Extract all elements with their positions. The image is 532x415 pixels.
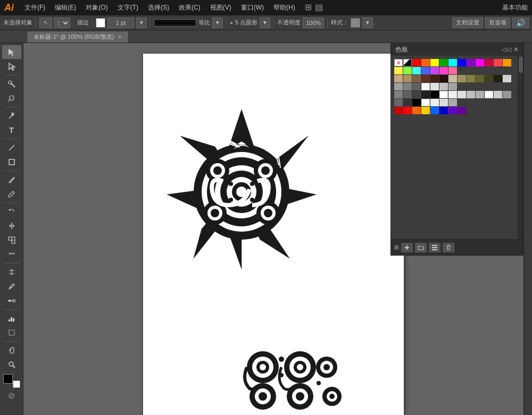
eyedropper-tool-btn[interactable]: [2, 280, 21, 293]
swatch-wh4[interactable]: [421, 99, 430, 106]
menu-window[interactable]: 窗口(W): [237, 2, 268, 13]
bw-swatch[interactable]: [403, 59, 412, 66]
new-swatch-btn[interactable]: [401, 243, 413, 252]
reflect-tool-btn[interactable]: [2, 219, 21, 233]
menu-object[interactable]: 对象(O): [81, 2, 112, 13]
menu-help[interactable]: 帮助(H): [269, 2, 300, 13]
swatch-cyan[interactable]: [448, 59, 457, 66]
selection-type-select[interactable]: □: [54, 18, 70, 28]
swatch-olive1[interactable]: [458, 75, 466, 82]
menu-select[interactable]: 选择(S): [144, 2, 173, 13]
menu-type[interactable]: 文字(T): [113, 2, 143, 13]
swatch-g9[interactable]: [494, 91, 502, 98]
swatch-lime[interactable]: [403, 67, 412, 74]
graph-tool-btn[interactable]: [2, 311, 21, 325]
panel-scrollbar[interactable]: [518, 56, 523, 239]
fill-color-box[interactable]: [3, 374, 13, 384]
swatch-magenta[interactable]: [476, 59, 484, 66]
swatch-g15[interactable]: [448, 99, 457, 106]
swatch-purple[interactable]: [467, 59, 475, 66]
swatch-amber[interactable]: [503, 59, 511, 66]
warp-tool-btn[interactable]: [2, 248, 21, 261]
swatch-tan[interactable]: [394, 75, 403, 82]
swatch-pink[interactable]: [448, 67, 457, 74]
swatch-khaki[interactable]: [403, 75, 412, 82]
stroke-settings-btn[interactable]: ▾: [136, 18, 147, 28]
swatch-g1[interactable]: [394, 91, 403, 98]
swatch-a3[interactable]: [412, 107, 421, 114]
select-mode-btn[interactable]: ↖: [39, 18, 52, 28]
menu-edit[interactable]: 编辑(E): [51, 2, 80, 13]
select-tool-btn[interactable]: [2, 45, 21, 59]
swatch-a5[interactable]: [430, 107, 439, 114]
pen-tool-btn[interactable]: [2, 109, 21, 123]
opacity-input[interactable]: 100%: [303, 18, 324, 28]
paintbrush-tool-btn[interactable]: [2, 173, 21, 187]
swatch-darkolive[interactable]: [476, 75, 484, 82]
swatch-a8[interactable]: [458, 107, 466, 114]
menu-file[interactable]: 文件(F): [20, 2, 49, 13]
panel-close-btn[interactable]: ✕: [513, 46, 519, 53]
artboard-tool-btn[interactable]: [2, 326, 21, 340]
swatch-brown3[interactable]: [430, 75, 439, 82]
swatch-yellow[interactable]: [430, 59, 439, 66]
swatch-g12[interactable]: [403, 99, 412, 106]
stroke-color-box[interactable]: [13, 380, 20, 388]
swatch-lightyellow[interactable]: [394, 67, 403, 74]
menu-effect[interactable]: 效果(C): [174, 2, 205, 13]
canvas-area[interactable]: 色板 ◁◁ ✕ ✕: [23, 43, 523, 415]
lasso-tool-btn[interactable]: [2, 91, 21, 105]
swatch-almostblack[interactable]: [494, 75, 502, 82]
stroke-ratio-dropdown[interactable]: ▾: [212, 18, 223, 28]
swatch-red[interactable]: [412, 59, 421, 66]
swatch-g4[interactable]: [421, 91, 430, 98]
swatch-olive2[interactable]: [467, 75, 475, 82]
swatch-menu-btn[interactable]: [429, 243, 440, 252]
rotate-tool-btn[interactable]: [2, 205, 21, 218]
swatch-a4[interactable]: [421, 107, 430, 114]
swatch-nearwhite[interactable]: [430, 83, 439, 90]
swatch-g8[interactable]: [476, 91, 484, 98]
swatch-g13[interactable]: [430, 99, 439, 106]
swatch-aqua[interactable]: [412, 67, 421, 74]
brush-dropdown[interactable]: ▾: [260, 18, 270, 28]
swatch-black[interactable]: [430, 91, 439, 98]
swatch-silver[interactable]: [439, 83, 448, 90]
swatch-darkgray[interactable]: [412, 83, 421, 90]
none-fill-btn[interactable]: ⊘: [2, 388, 21, 402]
swatch-hotpink[interactable]: [439, 67, 448, 74]
zoom-tool-btn[interactable]: [2, 358, 21, 371]
document-tab[interactable]: 未标题-1* @ 100% (RGB/预览) ✕: [27, 31, 129, 43]
swatch-brown1[interactable]: [412, 75, 421, 82]
panel-collapse-btn[interactable]: ◁◁: [502, 46, 511, 53]
magic-wand-tool-btn[interactable]: [2, 77, 21, 91]
swatch-oliveblack[interactable]: [485, 75, 493, 82]
swatch-g7[interactable]: [467, 91, 475, 98]
swatch-g5[interactable]: [448, 91, 457, 98]
type-tool-btn[interactable]: T: [2, 123, 21, 137]
menu-view[interactable]: 视图(V): [206, 2, 236, 13]
none-swatch[interactable]: ✕: [394, 59, 403, 66]
grid-icon[interactable]: ⊞: [305, 2, 312, 13]
swatch-g6[interactable]: [458, 91, 466, 98]
swatch-bk2[interactable]: [412, 99, 421, 106]
swatch-wh2[interactable]: [439, 91, 448, 98]
scale-tool-btn[interactable]: [2, 233, 21, 247]
swatch-wh3[interactable]: [485, 91, 493, 98]
swatch-g10[interactable]: [503, 91, 511, 98]
swatch-white[interactable]: [421, 83, 430, 90]
pencil-tool-btn[interactable]: [2, 187, 21, 201]
swatch-green[interactable]: [439, 59, 448, 66]
tab-close-btn[interactable]: ✕: [118, 34, 122, 40]
swatch-a1[interactable]: [394, 107, 403, 114]
swatch-violet[interactable]: [430, 67, 439, 74]
swatch-a6[interactable]: [439, 107, 448, 114]
swatch-blue[interactable]: [458, 59, 466, 66]
line-tool-btn[interactable]: [2, 141, 21, 155]
hand-tool-btn[interactable]: [2, 343, 21, 357]
preferences-btn[interactable]: 首选项: [485, 18, 510, 28]
blend-tool-btn[interactable]: [2, 294, 21, 308]
swatch-crimson[interactable]: [485, 59, 493, 66]
swatch-lightgray[interactable]: [503, 75, 511, 82]
stroke-width-input[interactable]: 1 pt: [107, 18, 134, 28]
